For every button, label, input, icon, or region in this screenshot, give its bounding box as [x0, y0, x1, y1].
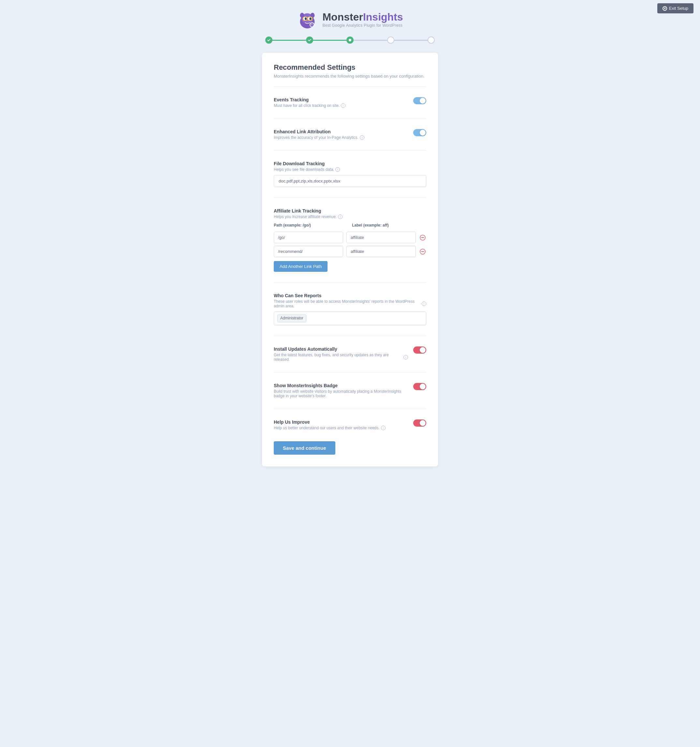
svg-point-6 — [305, 18, 307, 20]
install-updates-info: Install Updates Automatically Get the la… — [274, 346, 408, 362]
help-improve-label: Help Us Improve — [274, 419, 408, 425]
enhanced-link-toggle[interactable] — [413, 129, 426, 136]
progress-step-3 — [346, 36, 354, 44]
help-improve-toggle[interactable] — [413, 419, 426, 426]
affiliate-row-1 — [274, 232, 426, 243]
show-badge-info: Show MonsterInsights Badge Build trust w… — [274, 383, 408, 398]
logo-icon — [297, 9, 318, 30]
page-title: Recommended Settings — [274, 63, 426, 72]
brand-insights: Insights — [363, 11, 403, 23]
install-updates-info-icon[interactable]: i — [404, 355, 408, 360]
main-card: Recommended Settings MonsterInsights rec… — [262, 53, 438, 466]
install-updates-toggle[interactable] — [413, 346, 426, 354]
remove-affiliate-row-1-button[interactable] — [419, 234, 426, 241]
remove-affiliate-row-2-button[interactable] — [419, 248, 426, 255]
step-line-1-2 — [272, 40, 306, 41]
header: MonsterInsights Best Google Analytics Pl… — [0, 0, 700, 36]
svg-point-13 — [311, 23, 313, 26]
step-line-4-5 — [394, 40, 428, 41]
help-improve-knob — [420, 420, 426, 426]
save-button-label: Save and continue — [283, 445, 326, 451]
step-circle-4 — [387, 36, 394, 44]
affiliate-info-icon[interactable]: i — [338, 215, 343, 219]
install-updates-row: Install Updates Automatically Get the la… — [274, 342, 426, 366]
divider-3 — [274, 150, 426, 151]
affiliate-path-input-2[interactable] — [274, 246, 343, 257]
step-circle-1 — [265, 36, 272, 44]
affiliate-path-input-1[interactable] — [274, 232, 343, 243]
events-tracking-row: Events Tracking Must have for all click … — [274, 92, 426, 112]
help-improve-track[interactable] — [413, 419, 426, 426]
affiliate-desc: Helps you increase affiliate revenue. i — [274, 215, 426, 219]
page-subtitle: MonsterInsights recommends the following… — [274, 74, 426, 79]
progress-bar-wrapper — [0, 36, 700, 44]
events-tracking-label: Events Tracking — [274, 97, 408, 102]
step-circle-5 — [428, 36, 435, 44]
divider-1 — [274, 86, 426, 87]
step-line-2-3 — [313, 40, 347, 41]
events-tracking-info-icon[interactable]: i — [341, 103, 345, 108]
help-improve-desc: Help us better understand our users and … — [274, 426, 408, 430]
logo-text: MonsterInsights Best Google Analytics Pl… — [322, 11, 403, 27]
progress-step-1 — [265, 36, 272, 44]
progress-step-4 — [387, 36, 394, 44]
show-badge-track[interactable] — [413, 383, 426, 390]
svg-line-12 — [314, 26, 316, 28]
svg-point-7 — [310, 18, 311, 20]
file-download-desc: Helps you see file downloads data. i — [274, 167, 426, 172]
exit-setup-button[interactable]: ✕ Exit Setup — [657, 3, 694, 14]
enhanced-link-track[interactable] — [413, 129, 426, 136]
administrator-tag: Administrator — [277, 315, 306, 322]
affiliate-section: Affiliate Link Tracking Helps you increa… — [274, 204, 426, 277]
install-updates-desc: Get the latest features, bug fixes, and … — [274, 352, 408, 362]
divider-2 — [274, 118, 426, 119]
install-updates-track[interactable] — [413, 346, 426, 354]
events-tracking-track[interactable] — [413, 97, 426, 104]
remove-icon-1 — [420, 235, 426, 240]
show-badge-row: Show MonsterInsights Badge Build trust w… — [274, 378, 426, 403]
step-circle-2 — [306, 36, 313, 44]
progress-bar — [265, 36, 435, 44]
affiliate-path-col-header: Path (example: /go/) — [274, 223, 348, 229]
who-can-see-reports-label: Who Can See Reports — [274, 293, 426, 298]
who-can-see-reports-info-icon[interactable]: i — [422, 301, 426, 306]
file-download-input[interactable] — [274, 175, 426, 187]
enhanced-link-info-icon[interactable]: i — [360, 135, 364, 140]
show-badge-knob — [420, 384, 426, 390]
logo-subtitle: Best Google Analytics Plugin for WordPre… — [322, 23, 403, 28]
add-another-link-path-button[interactable]: Add Another Link Path — [274, 261, 328, 272]
help-improve-info: Help Us Improve Help us better understan… — [274, 419, 408, 430]
file-download-label: File Download Tracking — [274, 161, 426, 166]
divider-5 — [274, 282, 426, 283]
affiliate-label-col-header: Label (example: aff) — [352, 223, 426, 229]
enhanced-link-label: Enhanced Link Attribution — [274, 129, 408, 134]
events-tracking-knob — [420, 98, 426, 104]
events-tracking-info: Events Tracking Must have for all click … — [274, 97, 408, 108]
show-badge-toggle[interactable] — [413, 383, 426, 390]
help-improve-info-icon[interactable]: i — [381, 426, 386, 430]
affiliate-label-input-2[interactable] — [346, 246, 416, 257]
affiliate-path-col-label: Path (example: /go/) — [274, 223, 348, 227]
divider-8 — [274, 409, 426, 409]
enhanced-link-desc: Improves the accuracy of your In-Page An… — [274, 135, 408, 140]
divider-6 — [274, 336, 426, 336]
affiliate-column-headers: Path (example: /go/) Label (example: aff… — [274, 223, 426, 229]
affiliate-label-input-1[interactable] — [346, 232, 416, 243]
step-line-3-4 — [354, 40, 387, 41]
exit-icon: ✕ — [662, 6, 667, 11]
who-can-see-reports-input[interactable]: Administrator — [274, 312, 426, 325]
affiliate-row-2 — [274, 246, 426, 257]
add-link-label: Add Another Link Path — [280, 264, 322, 269]
step-circle-3 — [346, 36, 354, 44]
who-can-see-reports-desc: These user roles will be able to access … — [274, 299, 426, 308]
save-and-continue-button[interactable]: Save and continue — [274, 441, 335, 455]
enhanced-link-row: Enhanced Link Attribution Improves the a… — [274, 124, 426, 144]
progress-step-5 — [428, 36, 435, 44]
events-tracking-toggle[interactable] — [413, 97, 426, 104]
affiliate-label: Affiliate Link Tracking — [274, 208, 426, 213]
exit-setup-label: Exit Setup — [669, 6, 688, 11]
help-improve-row: Help Us Improve Help us better understan… — [274, 415, 426, 435]
file-download-info-icon[interactable]: i — [335, 167, 340, 172]
show-badge-label: Show MonsterInsights Badge — [274, 383, 408, 388]
progress-step-2 — [306, 36, 313, 44]
